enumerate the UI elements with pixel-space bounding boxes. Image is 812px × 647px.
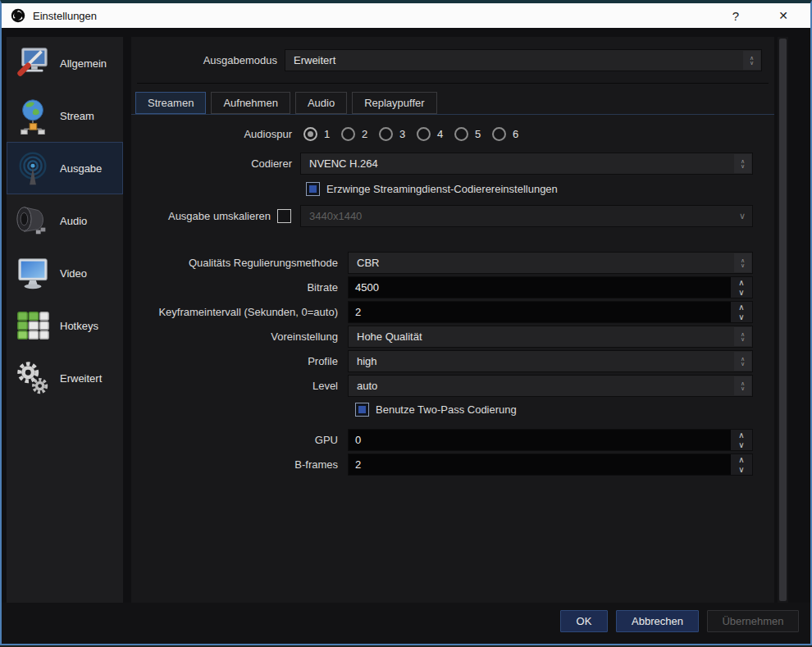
- rate-control-label: Qualitäts Regulierungsmethode: [131, 252, 338, 274]
- spin-down-button[interactable]: ∨: [731, 440, 752, 451]
- sidebar-item-stream[interactable]: Stream: [7, 89, 123, 142]
- advanced-gears-icon: [14, 359, 52, 397]
- preset-select[interactable]: Hohe Qualität ∧∨: [348, 326, 753, 348]
- spin-buttons: ∧ ∨: [731, 454, 752, 475]
- rescale-value: 3440x1440: [309, 206, 362, 226]
- sidebar-item-label: Video: [60, 267, 87, 280]
- profile-value: high: [357, 351, 377, 371]
- tab-replaypuffer[interactable]: Replaypuffer: [352, 92, 436, 114]
- sidebar-item-hotkeys[interactable]: Hotkeys: [7, 299, 123, 352]
- spin-down-button[interactable]: ∨: [731, 288, 752, 298]
- tab-streamen[interactable]: Streamen: [135, 92, 206, 114]
- footer-bar: OK Abbrechen Übernehmen: [2, 603, 810, 644]
- two-pass-checkbox[interactable]: [355, 403, 369, 417]
- output-antenna-icon: [14, 149, 52, 187]
- keyframe-interval-spinbox[interactable]: 2 ∧ ∨: [348, 301, 753, 323]
- audio-track-radios: 1 2 3 4 5 6: [303, 127, 530, 141]
- sidebar-item-ausgabe[interactable]: Ausgabe: [7, 142, 123, 194]
- rescale-label: Ausgabe umskalieren: [131, 205, 271, 227]
- track1-radio[interactable]: [303, 127, 317, 141]
- general-settings-icon: [14, 44, 52, 82]
- enforce-encoder-checkbox[interactable]: [306, 182, 320, 196]
- radio-label: 5: [475, 128, 481, 140]
- radio-item-track1: 1: [303, 127, 341, 141]
- spin-down-button[interactable]: ∨: [731, 465, 752, 476]
- track6-radio[interactable]: [492, 127, 506, 141]
- sidebar-item-erweitert[interactable]: Erweitert: [7, 352, 123, 404]
- video-monitor-icon: [14, 254, 52, 292]
- level-select[interactable]: auto ∧∨: [348, 375, 753, 397]
- ok-button[interactable]: OK: [560, 610, 608, 632]
- sidebar-item-label: Ausgabe: [60, 162, 102, 175]
- spinner-arrows-icon: ∧∨: [734, 352, 751, 371]
- bitrate-spinbox[interactable]: 4500 ∧ ∨: [348, 276, 753, 298]
- tab-aufnehmen[interactable]: Aufnehmen: [211, 92, 290, 114]
- sidebar-item-label: Erweitert: [60, 372, 102, 385]
- sidebar-item-video[interactable]: Video: [7, 247, 123, 299]
- radio-label: 3: [399, 128, 405, 140]
- level-value: auto: [357, 376, 377, 396]
- radio-item-track3: 3: [379, 127, 417, 141]
- audio-speaker-icon: [14, 202, 52, 239]
- stream-globe-icon: [14, 97, 52, 134]
- bitrate-value: 4500: [355, 277, 379, 298]
- sidebar: Allgemein Stream Ausgabe: [7, 37, 123, 603]
- keyframe-interval-value: 2: [355, 302, 361, 322]
- spin-up-button[interactable]: ∧: [731, 277, 752, 288]
- rescale-select[interactable]: 3440x1440 ∨: [300, 205, 753, 227]
- spinner-arrows-icon: ∧∨: [734, 154, 751, 173]
- tab-bar: Streamen Aufnehmen Audio Replaypuffer: [135, 92, 437, 114]
- apply-button[interactable]: Übernehmen: [707, 610, 799, 632]
- hotkeys-keyboard-icon: [14, 307, 52, 344]
- radio-label: 6: [513, 128, 518, 140]
- separator-line: [137, 83, 769, 84]
- sidebar-item-label: Hotkeys: [60, 320, 98, 332]
- output-mode-select[interactable]: Erweitert ∧∨: [285, 49, 762, 71]
- bitrate-label: Bitrate: [131, 276, 338, 298]
- obs-logo-icon: [11, 8, 25, 23]
- spin-up-button[interactable]: ∧: [731, 454, 752, 465]
- output-mode-value: Erweitert: [294, 50, 335, 71]
- radio-item-track4: 4: [417, 127, 454, 141]
- spin-up-button[interactable]: ∧: [731, 430, 752, 440]
- encoder-value: NVENC H.264: [309, 153, 378, 174]
- track2-radio[interactable]: [341, 127, 355, 141]
- profile-label: Profile: [131, 350, 338, 372]
- cancel-button[interactable]: Abbrechen: [616, 610, 699, 632]
- sidebar-item-label: Stream: [60, 110, 94, 122]
- spin-buttons: ∧ ∨: [731, 277, 752, 298]
- chevron-down-icon: ∨: [739, 206, 746, 226]
- settings-content: Ausgabemodus Erweitert ∧∨ Streamen Aufne…: [131, 37, 774, 603]
- profile-select[interactable]: high ∧∨: [348, 350, 753, 372]
- window-title: Einstellungen: [33, 10, 97, 22]
- radio-label: 2: [362, 128, 367, 140]
- sidebar-item-label: Audio: [60, 215, 87, 227]
- bframes-value: 2: [355, 454, 361, 475]
- spinner-arrows-icon: ∧∨: [734, 327, 751, 346]
- encoder-label: Codierer: [131, 153, 292, 175]
- sidebar-item-allgemein[interactable]: Allgemein: [7, 37, 123, 89]
- spinner-arrows-icon: ∧∨: [743, 51, 760, 70]
- spin-down-button[interactable]: ∨: [731, 312, 752, 323]
- titlebar: Einstellungen ? ✕: [2, 3, 810, 28]
- track3-radio[interactable]: [379, 127, 393, 141]
- spin-up-button[interactable]: ∧: [731, 302, 752, 312]
- sidebar-item-audio[interactable]: Audio: [7, 194, 123, 247]
- tab-audio[interactable]: Audio: [295, 92, 347, 114]
- spinner-arrows-icon: ∧∨: [734, 376, 751, 395]
- track4-radio[interactable]: [417, 127, 431, 141]
- close-button[interactable]: ✕: [766, 3, 801, 28]
- gpu-spinbox[interactable]: 0 ∧ ∨: [348, 429, 753, 451]
- scrollbar-handle[interactable]: [779, 39, 787, 601]
- sidebar-item-label: Allgemein: [60, 57, 107, 70]
- rate-control-select[interactable]: CBR ∧∨: [348, 252, 753, 274]
- track5-radio[interactable]: [454, 127, 468, 141]
- bframes-spinbox[interactable]: 2 ∧ ∨: [348, 453, 753, 476]
- help-button[interactable]: ?: [718, 3, 753, 28]
- spinner-arrows-icon: ∧∨: [734, 253, 751, 272]
- preset-label: Voreinstellung: [131, 326, 338, 348]
- radio-item-track5: 5: [454, 127, 492, 141]
- encoder-select[interactable]: NVENC H.264 ∧∨: [300, 153, 753, 175]
- rescale-checkbox[interactable]: [277, 209, 291, 223]
- content-scrollbar[interactable]: [778, 37, 788, 603]
